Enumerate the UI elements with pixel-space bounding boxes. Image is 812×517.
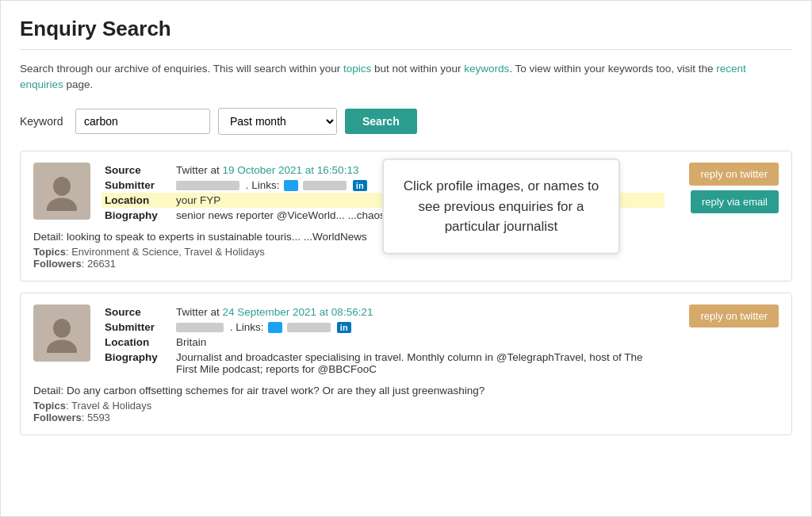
- detail-text: Detail: Do any carbon offsetting schemes…: [33, 385, 779, 396]
- location-value: Britain: [173, 335, 665, 350]
- submitter-label: Submitter: [102, 320, 173, 335]
- page-description: Search through our archive of enquiries.…: [20, 61, 792, 94]
- submitter-twitter-blur: [303, 181, 347, 190]
- source-date-link[interactable]: 24 September 2021 at 08:56:21: [223, 306, 373, 318]
- reply-email-button[interactable]: reply via email: [691, 190, 779, 213]
- submitter-label: Submitter: [102, 178, 173, 193]
- topics-link[interactable]: topics: [343, 63, 371, 75]
- svg-point-1: [47, 197, 77, 211]
- location-label: Location: [102, 335, 173, 350]
- reply-twitter-button[interactable]: reply on twitter: [689, 163, 779, 186]
- svg-point-3: [47, 339, 77, 353]
- reply-twitter-button[interactable]: reply on twitter: [689, 304, 779, 327]
- keyword-input[interactable]: [75, 109, 210, 134]
- twitter-icon: [268, 322, 282, 333]
- biography-value: Journalist and broadcaster specialising …: [173, 350, 665, 377]
- location-label: Location: [102, 193, 173, 208]
- tooltip-overlay: Click profile images, or names to see pr…: [382, 159, 620, 255]
- search-form: Keyword Past month Past week Past 3 mont…: [20, 108, 792, 135]
- twitter-icon: [284, 180, 298, 191]
- submitter-value: . Links: in: [173, 320, 665, 335]
- avatar[interactable]: [33, 163, 90, 220]
- source-label: Source: [102, 163, 173, 178]
- submitter-name-blur: [176, 181, 239, 190]
- submitter-twitter-blur: [287, 323, 331, 332]
- linkedin-badge: in: [337, 322, 351, 333]
- svg-point-0: [53, 177, 71, 196]
- result-card: Source Twitter at 19 October 2021 at 16:…: [20, 151, 792, 281]
- page-title: Enquiry Search: [20, 17, 792, 50]
- submitter-name-blur: [176, 323, 224, 332]
- time-filter-select[interactable]: Past month Past week Past 3 months Past …: [218, 108, 337, 135]
- source-label: Source: [102, 304, 173, 320]
- svg-point-2: [53, 319, 71, 338]
- linkedin-badge: in: [353, 180, 367, 191]
- keyword-label: Keyword: [20, 115, 67, 128]
- topics: Topics: Travel & Holidays: [33, 400, 779, 412]
- source-value: Twitter at 24 September 2021 at 08:56:21: [173, 304, 665, 320]
- source-date-link[interactable]: 19 October 2021 at 16:50:13: [223, 164, 359, 176]
- result-card: Source Twitter at 24 September 2021 at 0…: [20, 293, 792, 435]
- biography-label: Biography: [102, 208, 173, 223]
- avatar[interactable]: [33, 304, 90, 362]
- followers: Followers: 5593: [33, 412, 779, 423]
- search-button[interactable]: Search: [345, 109, 417, 134]
- followers: Followers: 26631: [33, 258, 779, 270]
- biography-label: Biography: [102, 350, 173, 377]
- keywords-link[interactable]: keywords: [464, 63, 509, 75]
